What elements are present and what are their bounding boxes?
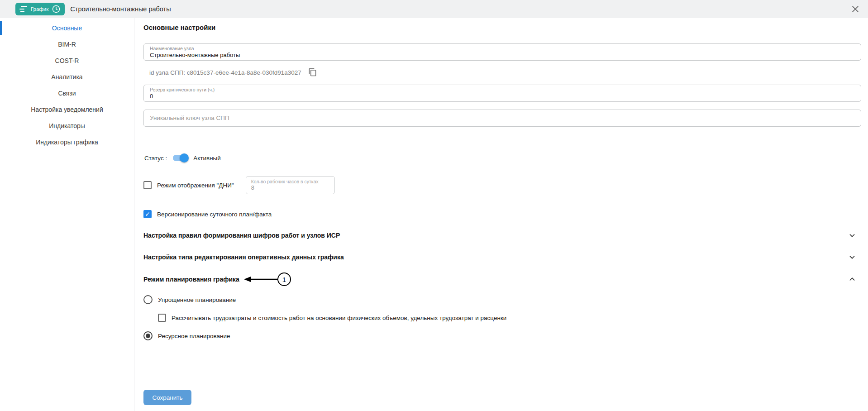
clock-icon bbox=[52, 5, 61, 14]
critical-path-reserve-label: Резерв критического пути (ч.) bbox=[150, 87, 855, 92]
calc-labor-checkbox[interactable] bbox=[158, 314, 166, 322]
working-hours-input[interactable] bbox=[251, 184, 329, 191]
chevron-up-icon[interactable] bbox=[847, 274, 858, 285]
sidebar-item-bim-r[interactable]: BIM-R bbox=[0, 36, 134, 53]
accordion-planning-mode[interactable]: Режим планирования графика 1 bbox=[143, 272, 861, 287]
copy-icon[interactable] bbox=[308, 67, 318, 77]
chevron-down-icon[interactable] bbox=[847, 252, 858, 263]
badge-label: График bbox=[31, 6, 48, 12]
status-label: Статус : bbox=[144, 155, 167, 162]
days-mode-row: Режим отображения "ДНИ" Кол-во рабочих ч… bbox=[143, 176, 861, 194]
accordion-cipher-rules[interactable]: Настройка правил формирования шифров раб… bbox=[143, 229, 861, 242]
critical-path-reserve-input[interactable] bbox=[150, 92, 855, 100]
versioning-checkbox[interactable]: ✓ bbox=[143, 210, 152, 218]
annotation-number: 1 bbox=[277, 272, 291, 286]
window-title: Строительно-монтажные работы bbox=[70, 5, 171, 13]
resource-planning-row: Ресурсное планирование bbox=[143, 330, 861, 341]
unique-key-field[interactable] bbox=[143, 110, 861, 127]
annotation-arrow-icon bbox=[244, 276, 278, 283]
chevron-down-icon[interactable] bbox=[847, 230, 858, 241]
status-row: Статус : Активный bbox=[143, 153, 861, 163]
critical-path-reserve-field[interactable]: Резерв критического пути (ч.) bbox=[143, 85, 861, 102]
node-name-field[interactable]: Наименование узла bbox=[143, 43, 861, 61]
sidebar-item-links[interactable]: Связи bbox=[0, 85, 134, 101]
resource-planning-label: Ресурсное планирование bbox=[158, 333, 230, 339]
sidebar-item-label: COST-R bbox=[55, 57, 79, 64]
working-hours-field[interactable]: Кол-во рабочих часов в сутках bbox=[246, 176, 335, 194]
status-value: Активный bbox=[193, 155, 221, 162]
simplified-planning-label: Упрощенное планирование bbox=[158, 296, 236, 303]
node-id-text: id узла СПП: c8015c37-e6ee-4e1a-8a8e-030… bbox=[149, 69, 301, 76]
working-hours-label: Кол-во рабочих часов в сутках bbox=[251, 179, 329, 184]
resource-planning-radio[interactable] bbox=[143, 331, 153, 340]
accordion-title: Режим планирования графика bbox=[143, 276, 239, 283]
sidebar-item-label: Индикаторы bbox=[49, 122, 85, 129]
sidebar-item-label: BIM-R bbox=[58, 41, 76, 48]
simplified-planning-row: Упрощенное планирование bbox=[143, 294, 861, 305]
page-title: Основные настройки bbox=[143, 24, 861, 33]
app-window: График Строительно-монтажные работы Осно… bbox=[0, 0, 868, 411]
calc-labor-label: Рассчитывать трудозатраты и стоимость ра… bbox=[172, 315, 506, 321]
unique-key-input[interactable] bbox=[150, 114, 855, 122]
settings-sidebar: Основные BIM-R COST-R Аналитика Связи На… bbox=[0, 18, 134, 411]
sidebar-item-label: Индикаторы графика bbox=[36, 139, 98, 146]
sidebar-item-label: Аналитика bbox=[51, 73, 82, 81]
calc-labor-row: Рассчитывать трудозатраты и стоимость ра… bbox=[158, 312, 861, 323]
sidebar-item-indicators[interactable]: Индикаторы bbox=[0, 118, 134, 134]
main-settings-panel: Основные настройки Наименование узла id … bbox=[134, 18, 868, 411]
sidebar-item-cost-r[interactable]: COST-R bbox=[0, 53, 134, 69]
top-bar: График Строительно-монтажные работы bbox=[0, 0, 868, 18]
gantt-lines-icon bbox=[19, 6, 28, 12]
close-icon[interactable] bbox=[849, 3, 862, 15]
sidebar-item-schedule-indicators[interactable]: Индикаторы графика bbox=[0, 134, 134, 150]
simplified-planning-radio[interactable] bbox=[143, 295, 153, 304]
accordion-edit-type[interactable]: Настройка типа редактирования оперативны… bbox=[143, 250, 861, 264]
status-toggle[interactable] bbox=[172, 153, 189, 162]
sidebar-item-label: Основные bbox=[52, 24, 82, 32]
accordion-title: Настройка типа редактирования оперативны… bbox=[143, 253, 344, 261]
save-button[interactable]: Сохранить bbox=[143, 390, 191, 405]
node-name-input[interactable] bbox=[150, 51, 855, 59]
schedule-badge[interactable]: График bbox=[15, 3, 65, 15]
sidebar-item-label: Связи bbox=[58, 90, 76, 97]
sidebar-item-notifications[interactable]: Настройка уведомлений bbox=[0, 101, 134, 118]
days-mode-label: Режим отображения "ДНИ" bbox=[157, 182, 234, 189]
sidebar-item-analytics[interactable]: Аналитика bbox=[0, 69, 134, 85]
node-id-row: id узла СПП: c8015c37-e6ee-4e1a-8a8e-030… bbox=[143, 67, 861, 78]
annotation-1: 1 bbox=[244, 272, 291, 286]
accordion-title: Настройка правил формирования шифров раб… bbox=[143, 232, 340, 239]
versioning-row: ✓ Версионирование суточного план/факта bbox=[143, 209, 861, 220]
sidebar-item-main[interactable]: Основные bbox=[0, 20, 134, 36]
sidebar-item-label: Настройка уведомлений bbox=[31, 106, 103, 113]
node-name-label: Наименование узла bbox=[150, 46, 855, 51]
versioning-label: Версионирование суточного план/факта bbox=[157, 211, 272, 218]
days-mode-checkbox[interactable] bbox=[143, 181, 152, 189]
